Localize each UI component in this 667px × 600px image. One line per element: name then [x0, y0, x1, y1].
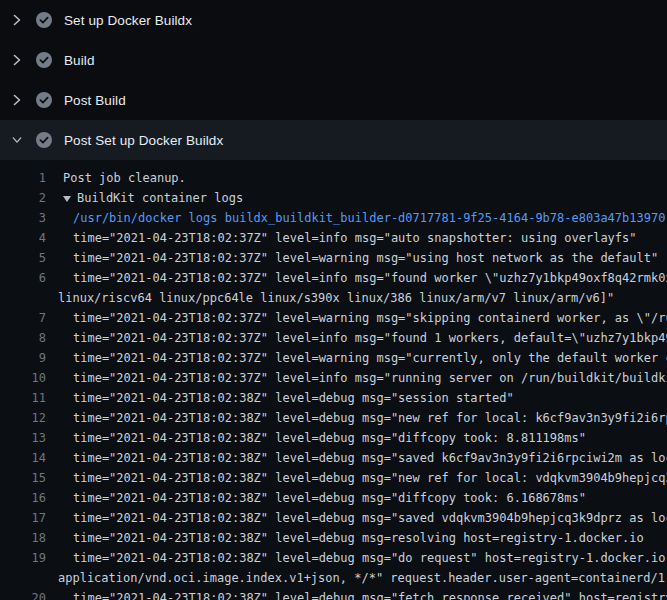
log-line: 3 /usr/bin/docker logs buildx_buildkit_b…: [0, 208, 667, 228]
log-text: time="2021-04-23T18:02:37Z" level=info m…: [73, 231, 637, 245]
step-header-post-build[interactable]: Post Build: [0, 80, 667, 120]
log-text: time="2021-04-23T18:02:38Z" level=debug …: [73, 551, 667, 565]
log-line: 10 time="2021-04-23T18:02:37Z" level=inf…: [0, 368, 667, 388]
log-line: 20 time="2021-04-23T18:02:38Z" level=deb…: [0, 588, 667, 600]
check-circle-icon: [36, 12, 52, 28]
step-label: Post Set up Docker Buildx: [64, 133, 223, 148]
log-line-number[interactable]: 20: [0, 591, 46, 600]
log-line-number[interactable]: 19: [0, 551, 46, 565]
log-text: application/vnd.oci.image.index.v1+json,…: [58, 571, 667, 585]
log-line-number[interactable]: 15: [0, 471, 46, 485]
log-text: time="2021-04-23T18:02:37Z" level=info m…: [73, 371, 667, 385]
step-header-build[interactable]: Build: [0, 40, 667, 80]
log-line: 4 time="2021-04-23T18:02:37Z" level=info…: [0, 228, 667, 248]
log-text: time="2021-04-23T18:02:38Z" level=debug …: [73, 511, 667, 525]
check-circle-icon: [36, 52, 52, 68]
log-line: 1 Post job cleanup.: [0, 168, 667, 188]
step-label: Post Build: [64, 93, 126, 108]
log-line: 16 time="2021-04-23T18:02:38Z" level=deb…: [0, 488, 667, 508]
chevron-right-icon: [13, 14, 21, 26]
check-circle-icon: [36, 92, 52, 108]
log-console: 1 Post job cleanup. 2 BuildKit container…: [0, 160, 667, 600]
log-line-number[interactable]: 17: [0, 511, 46, 525]
log-line-number[interactable]: 16: [0, 491, 46, 505]
log-line-number[interactable]: 8: [0, 331, 46, 345]
steps-list: Set up Docker Buildx Build: [0, 0, 667, 160]
log-text: /usr/bin/docker logs buildx_buildkit_bui…: [73, 211, 665, 225]
log-line: 14 time="2021-04-23T18:02:38Z" level=deb…: [0, 448, 667, 468]
log-line-number[interactable]: 5: [0, 251, 46, 265]
log-line-number[interactable]: 14: [0, 451, 46, 465]
log-text: time="2021-04-23T18:02:37Z" level=warnin…: [73, 351, 667, 365]
log-line: 11 time="2021-04-23T18:02:38Z" level=deb…: [0, 388, 667, 408]
log-text: Post job cleanup.: [63, 171, 186, 185]
step-header-set-up-docker-buildx[interactable]: Set up Docker Buildx: [0, 0, 667, 40]
log-line: 6 time="2021-04-23T18:02:37Z" level=info…: [0, 268, 667, 288]
chevron-right-icon: [13, 94, 21, 106]
log-line: application/vnd.oci.image.index.v1+json,…: [0, 568, 667, 588]
log-line-number[interactable]: 4: [0, 231, 46, 245]
log-group-toggle[interactable]: 2 BuildKit container logs: [0, 188, 667, 208]
log-text: time="2021-04-23T18:02:38Z" level=debug …: [73, 591, 667, 600]
caret-down-icon: [63, 196, 71, 202]
log-line-number[interactable]: 18: [0, 531, 46, 545]
log-line-number[interactable]: 11: [0, 391, 46, 405]
log-line: 18 time="2021-04-23T18:02:38Z" level=deb…: [0, 528, 667, 548]
chevron-down-icon: [12, 136, 22, 144]
log-text: time="2021-04-23T18:02:38Z" level=debug …: [73, 471, 667, 485]
log-text: time="2021-04-23T18:02:37Z" level=info m…: [73, 331, 667, 345]
step-label: Set up Docker Buildx: [64, 13, 192, 28]
log-line: linux/riscv64 linux/ppc64le linux/s390x …: [0, 288, 667, 308]
log-text: time="2021-04-23T18:02:38Z" level=debug …: [73, 491, 586, 505]
log-text: time="2021-04-23T18:02:38Z" level=debug …: [73, 531, 644, 545]
log-text: time="2021-04-23T18:02:37Z" level=warnin…: [73, 311, 667, 325]
log-line-number[interactable]: 6: [0, 271, 46, 285]
log-line: 7 time="2021-04-23T18:02:37Z" level=warn…: [0, 308, 667, 328]
log-line: 17 time="2021-04-23T18:02:38Z" level=deb…: [0, 508, 667, 528]
log-line: 9 time="2021-04-23T18:02:37Z" level=warn…: [0, 348, 667, 368]
log-text: time="2021-04-23T18:02:38Z" level=debug …: [73, 431, 586, 445]
log-text: time="2021-04-23T18:02:38Z" level=debug …: [73, 451, 667, 465]
actions-log-viewer: Set up Docker Buildx Build: [0, 0, 667, 600]
chevron-right-icon: [13, 54, 21, 66]
step-header-post-set-up-docker-buildx[interactable]: Post Set up Docker Buildx: [0, 120, 667, 160]
log-line: 12 time="2021-04-23T18:02:38Z" level=deb…: [0, 408, 667, 428]
step-label: Build: [64, 53, 95, 68]
log-line-number[interactable]: 10: [0, 371, 46, 385]
log-line-number[interactable]: 1: [0, 171, 46, 185]
log-line-number[interactable]: 3: [0, 211, 46, 225]
log-line: 13 time="2021-04-23T18:02:38Z" level=deb…: [0, 428, 667, 448]
log-line: 5 time="2021-04-23T18:02:37Z" level=warn…: [0, 248, 667, 268]
log-line-number[interactable]: 12: [0, 411, 46, 425]
log-text: time="2021-04-23T18:02:37Z" level=info m…: [73, 271, 667, 285]
log-text: time="2021-04-23T18:02:38Z" level=debug …: [73, 411, 667, 425]
check-circle-icon: [36, 132, 52, 148]
log-line-number[interactable]: 13: [0, 431, 46, 445]
log-text: time="2021-04-23T18:02:38Z" level=debug …: [73, 391, 514, 405]
log-text: linux/riscv64 linux/ppc64le linux/s390x …: [58, 291, 614, 305]
log-text: BuildKit container logs: [77, 191, 243, 205]
log-line: 15 time="2021-04-23T18:02:38Z" level=deb…: [0, 468, 667, 488]
log-line-number[interactable]: 7: [0, 311, 46, 325]
log-line: 8 time="2021-04-23T18:02:37Z" level=info…: [0, 328, 667, 348]
log-line: 19 time="2021-04-23T18:02:38Z" level=deb…: [0, 548, 667, 568]
log-line-number[interactable]: 2: [0, 191, 46, 205]
log-line-number[interactable]: 9: [0, 351, 46, 365]
log-text: time="2021-04-23T18:02:37Z" level=warnin…: [73, 251, 658, 265]
